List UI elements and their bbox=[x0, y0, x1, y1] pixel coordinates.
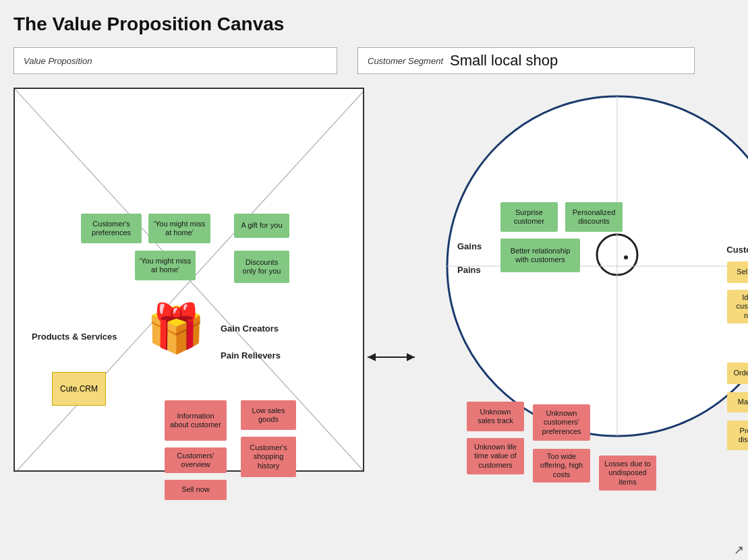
vp-square: Products & Services Gain Creators Pain R… bbox=[13, 88, 364, 472]
tag-unknown-sales-track: Unknown sales track bbox=[467, 402, 524, 431]
circle-svg bbox=[438, 88, 748, 445]
gains-label: Gains bbox=[457, 241, 482, 251]
corner-icon: ↗ bbox=[734, 542, 744, 557]
tag-identify-needs: Identify customer's needs bbox=[727, 290, 748, 323]
pains-label: Pains bbox=[457, 265, 481, 275]
tag-order-goods: Order goods bbox=[727, 363, 748, 384]
customer-segment-box: Customer Segment Small local shop bbox=[357, 47, 695, 74]
tag-provides-discounts: Provides discounts bbox=[727, 421, 748, 450]
header-row: Value Proposition Customer Segment Small… bbox=[13, 47, 735, 74]
tag-better-relationship: Better relationship with customers bbox=[500, 239, 580, 272]
page-title: The Value Proposition Canvas bbox=[13, 13, 735, 35]
products-services-label: Products & Services bbox=[32, 332, 117, 342]
value-proposition-box: Value Proposition bbox=[13, 47, 337, 74]
gain-creators-label: Gain Creators bbox=[221, 323, 279, 334]
tag-low-sales: Low sales goods bbox=[241, 400, 296, 430]
tag-you-might-1: 'You might miss at home' bbox=[148, 214, 210, 243]
tag-sell-now: Sell now bbox=[165, 480, 227, 500]
tag-sell-goods: Sell goods bbox=[727, 261, 748, 283]
tag-losses-undisposed: Losses due to undisposed items bbox=[599, 456, 656, 491]
tag-customers-overview: Customers' overview bbox=[165, 447, 227, 473]
tag-unknown-customers-prefs: Unknown customers' preferences bbox=[533, 404, 590, 441]
tag-shopping-history: Customer's shopping history bbox=[241, 437, 296, 477]
cs-circle-area: Gains Pains Customer Jobs Surprise custo… bbox=[438, 88, 748, 472]
tag-unknown-lifetime: Unknown life time value of customers bbox=[467, 438, 524, 474]
vp-label: Value Proposition bbox=[24, 56, 92, 66]
cs-label: Customer Segment bbox=[368, 56, 443, 66]
tag-info-customer: Information about customer bbox=[165, 400, 227, 441]
customer-jobs-label: Customer Jobs bbox=[726, 245, 748, 255]
arrow-svg bbox=[364, 344, 418, 371]
tag-customers-preferences: Customer's preferences bbox=[81, 214, 142, 243]
tag-personalized-discounts: Personalized discounts bbox=[565, 202, 623, 232]
tag-surprise-customer: Surprise customer bbox=[500, 202, 558, 232]
tag-too-wide-offering: Too wide offering, high costs bbox=[533, 449, 590, 483]
cs-value: Small local shop bbox=[450, 52, 558, 69]
gift-icon: 🎁 bbox=[146, 305, 205, 352]
tag-discounts-only: Discounts only for you bbox=[234, 251, 289, 283]
tag-gift-for-you: A gift for you bbox=[234, 214, 289, 238]
pain-relievers-label: Pain Relievers bbox=[221, 350, 281, 361]
cute-crm-tag: Cute.CRM bbox=[52, 372, 106, 406]
tag-marketing: Marketing bbox=[727, 392, 748, 412]
canvas-area: Products & Services Gain Creators Pain R… bbox=[13, 88, 735, 472]
svg-point-7 bbox=[624, 255, 628, 259]
page: The Value Proposition Canvas Value Propo… bbox=[0, 0, 748, 560]
tag-you-might-2: 'You might miss at home' bbox=[135, 251, 196, 280]
